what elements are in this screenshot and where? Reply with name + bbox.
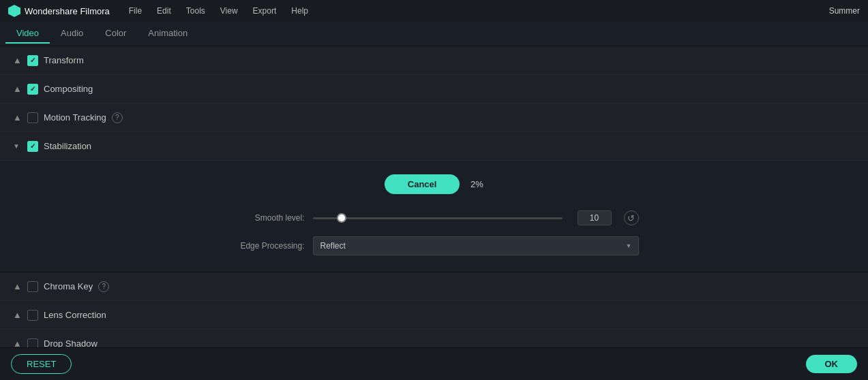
menu-file[interactable]: File (122, 3, 149, 18)
label-transform: Transform (44, 55, 84, 65)
cancel-button[interactable]: Cancel (385, 174, 460, 194)
ok-button[interactable]: OK (806, 355, 858, 373)
help-icon-motion-tracking[interactable]: ? (112, 112, 123, 123)
label-stabilization: Stabilization (44, 141, 91, 151)
stabilization-controls: Smooth level: 10 ↺ Edge Processing: Refl… (230, 210, 639, 255)
smooth-level-label: Smooth level: (230, 213, 305, 223)
smooth-level-slider-wrap (313, 217, 563, 219)
label-compositing: Compositing (44, 84, 93, 94)
edge-processing-select[interactable]: Reflect Tile Move Crop (313, 236, 639, 255)
section-row-motion-tracking[interactable]: ▶ Motion Tracking ? (0, 104, 868, 132)
progress-percent: 2% (470, 179, 483, 189)
bottom-bar: RESET OK (0, 347, 868, 380)
chevron-compositing: ▶ (11, 84, 22, 95)
section-row-transform[interactable]: ▶ Transform (0, 46, 868, 75)
checkbox-drop-shadow[interactable] (27, 338, 38, 348)
menu-tools[interactable]: Tools (179, 3, 212, 18)
section-row-compositing[interactable]: ▶ Compositing (0, 75, 868, 104)
tab-animation[interactable]: Animation (137, 24, 198, 44)
smooth-level-row: Smooth level: 10 ↺ (230, 210, 639, 225)
reset-button[interactable]: RESET (11, 354, 72, 374)
titlebar: Wondershare Filmora File Edit Tools View… (0, 0, 868, 22)
edge-processing-label: Edge Processing: (230, 241, 305, 251)
menu-view[interactable]: View (213, 3, 245, 18)
label-motion-tracking: Motion Tracking (44, 112, 106, 123)
main-content: ▶ Transform ▶ Compositing ▶ Motion Track… (0, 46, 868, 347)
menu-edit[interactable]: Edit (150, 3, 178, 18)
chevron-lens-correction: ▶ (11, 310, 22, 321)
menu-export[interactable]: Export (246, 3, 284, 18)
stabilization-body: Cancel 2% Smooth level: 10 ↺ Edge Proces… (0, 161, 868, 272)
checkbox-stabilization[interactable] (27, 141, 38, 152)
label-drop-shadow: Drop Shadow (44, 338, 98, 347)
stabilization-progress-row: Cancel 2% (27, 174, 841, 194)
label-lens-correction: Lens Correction (44, 310, 106, 320)
chevron-drop-shadow: ▶ (11, 338, 22, 348)
menu-bar: File Edit Tools View Export Help (122, 3, 829, 18)
label-chroma-key: Chroma Key (44, 281, 93, 291)
checkbox-compositing[interactable] (27, 84, 38, 95)
help-icon-chroma-key[interactable]: ? (98, 281, 109, 292)
smooth-level-value: 10 (578, 210, 612, 225)
chevron-stabilization: ▼ (11, 141, 22, 152)
edge-processing-select-container: Reflect Tile Move Crop (313, 236, 639, 255)
tab-video[interactable]: Video (5, 24, 50, 44)
chevron-chroma-key: ▶ (11, 281, 22, 292)
section-row-chroma-key[interactable]: ▶ Chroma Key ? (0, 272, 868, 301)
chevron-motion-tracking: ▶ (11, 112, 22, 123)
user-name: Summer (829, 6, 860, 16)
reset-smooth-icon[interactable]: ↺ (624, 210, 639, 225)
app-logo: Wondershare Filmora (8, 5, 110, 17)
chevron-transform: ▶ (11, 55, 22, 66)
smooth-level-slider[interactable] (313, 217, 563, 219)
menu-help[interactable]: Help (284, 3, 315, 18)
checkbox-motion-tracking[interactable] (27, 112, 38, 123)
logo-icon (8, 5, 20, 17)
app-name: Wondershare Filmora (25, 6, 110, 16)
checkbox-chroma-key[interactable] (27, 281, 38, 292)
checkbox-lens-correction[interactable] (27, 310, 38, 321)
section-row-drop-shadow[interactable]: ▶ Drop Shadow (0, 330, 868, 347)
section-row-lens-correction[interactable]: ▶ Lens Correction (0, 301, 868, 330)
section-row-stabilization[interactable]: ▼ Stabilization (0, 132, 868, 161)
checkbox-transform[interactable] (27, 55, 38, 66)
edge-processing-row: Edge Processing: Reflect Tile Move Crop (230, 236, 639, 255)
tab-color[interactable]: Color (94, 24, 137, 44)
tab-audio[interactable]: Audio (50, 24, 94, 44)
tab-bar: Video Audio Color Animation (0, 22, 868, 46)
